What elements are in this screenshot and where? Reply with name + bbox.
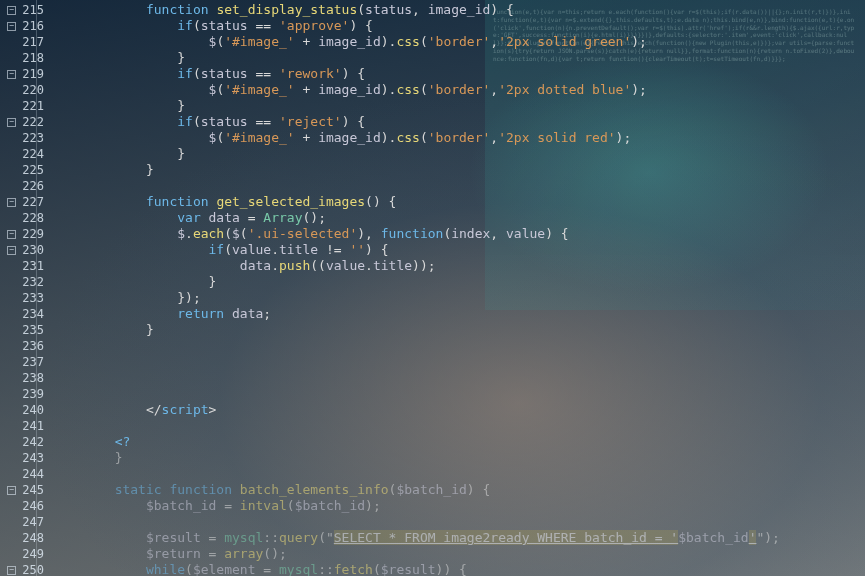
code-line[interactable]: $result = mysql::query("SELECT * FROM im… bbox=[52, 530, 865, 546]
line-number: −216 bbox=[0, 18, 44, 34]
code-line[interactable]: } bbox=[52, 98, 865, 114]
code-line[interactable]: return data; bbox=[52, 306, 865, 322]
code-line[interactable]: } bbox=[52, 274, 865, 290]
line-number: 228 bbox=[0, 210, 44, 226]
line-number: −215 bbox=[0, 2, 44, 18]
line-number: 226 bbox=[0, 178, 44, 194]
code-line[interactable] bbox=[52, 178, 865, 194]
line-number: 241 bbox=[0, 418, 44, 434]
code-editor[interactable]: −215−216217218−219220221−222223224225226… bbox=[0, 0, 865, 576]
line-number: 217 bbox=[0, 34, 44, 50]
fold-marker-icon[interactable]: − bbox=[7, 70, 16, 79]
line-number: 235 bbox=[0, 322, 44, 338]
code-line[interactable]: function get_selected_images() { bbox=[52, 194, 865, 210]
line-number: 234 bbox=[0, 306, 44, 322]
line-number: 238 bbox=[0, 370, 44, 386]
code-line[interactable]: if(status == 'reject') { bbox=[52, 114, 865, 130]
code-line[interactable]: if(status == 'rework') { bbox=[52, 66, 865, 82]
code-line[interactable]: $batch_id = intval($batch_id); bbox=[52, 498, 865, 514]
code-line[interactable]: if(status == 'approve') { bbox=[52, 18, 865, 34]
line-number: −227 bbox=[0, 194, 44, 210]
line-number: 236 bbox=[0, 338, 44, 354]
code-line[interactable]: if(value.title != '') { bbox=[52, 242, 865, 258]
line-number: 233 bbox=[0, 290, 44, 306]
code-line[interactable]: var data = Array(); bbox=[52, 210, 865, 226]
fold-marker-icon[interactable]: − bbox=[7, 486, 16, 495]
line-number: 232 bbox=[0, 274, 44, 290]
fold-marker-icon[interactable]: − bbox=[7, 230, 16, 239]
code-line[interactable]: $('#image_' + image_id).css('border','2p… bbox=[52, 130, 865, 146]
line-number: −250 bbox=[0, 562, 44, 576]
line-number: 244 bbox=[0, 466, 44, 482]
line-number: −230 bbox=[0, 242, 44, 258]
line-number: 237 bbox=[0, 354, 44, 370]
line-number-gutter: −215−216217218−219220221−222223224225226… bbox=[0, 0, 52, 576]
line-number: 239 bbox=[0, 386, 44, 402]
code-line[interactable]: while($element = mysql::fetch($result)) … bbox=[52, 562, 865, 576]
code-line[interactable]: <? bbox=[52, 434, 865, 450]
code-line[interactable]: data.push((value.title)); bbox=[52, 258, 865, 274]
code-line[interactable]: $('#image_' + image_id).css('border','2p… bbox=[52, 82, 865, 98]
code-line[interactable] bbox=[52, 514, 865, 530]
code-line[interactable]: } bbox=[52, 50, 865, 66]
code-line[interactable]: $('#image_' + image_id).css('border','2p… bbox=[52, 34, 865, 50]
code-line[interactable]: static function batch_elements_info($bat… bbox=[52, 482, 865, 498]
line-number: 248 bbox=[0, 530, 44, 546]
line-number: 223 bbox=[0, 130, 44, 146]
line-number: 246 bbox=[0, 498, 44, 514]
line-number: 220 bbox=[0, 82, 44, 98]
line-number: 221 bbox=[0, 98, 44, 114]
code-line[interactable] bbox=[52, 370, 865, 386]
line-number: 231 bbox=[0, 258, 44, 274]
line-number: 240 bbox=[0, 402, 44, 418]
line-number: −229 bbox=[0, 226, 44, 242]
line-number: −245 bbox=[0, 482, 44, 498]
code-line[interactable]: function set_display_status(status, imag… bbox=[52, 2, 865, 18]
line-number: −219 bbox=[0, 66, 44, 82]
code-content[interactable]: function set_display_status(status, imag… bbox=[52, 0, 865, 576]
fold-marker-icon[interactable]: − bbox=[7, 118, 16, 127]
code-line[interactable]: } bbox=[52, 322, 865, 338]
code-line[interactable]: $.each($('.ui-selected'), function(index… bbox=[52, 226, 865, 242]
code-line[interactable]: } bbox=[52, 146, 865, 162]
line-number: −222 bbox=[0, 114, 44, 130]
line-number: 218 bbox=[0, 50, 44, 66]
code-line[interactable] bbox=[52, 386, 865, 402]
line-number: 247 bbox=[0, 514, 44, 530]
code-line[interactable]: } bbox=[52, 450, 865, 466]
fold-marker-icon[interactable]: − bbox=[7, 6, 16, 15]
line-number: 249 bbox=[0, 546, 44, 562]
line-number: 242 bbox=[0, 434, 44, 450]
fold-marker-icon[interactable]: − bbox=[7, 22, 16, 31]
code-line[interactable]: }); bbox=[52, 290, 865, 306]
code-line[interactable]: } bbox=[52, 162, 865, 178]
code-line[interactable] bbox=[52, 418, 865, 434]
line-number: 243 bbox=[0, 450, 44, 466]
line-number: 224 bbox=[0, 146, 44, 162]
code-line[interactable] bbox=[52, 466, 865, 482]
fold-marker-icon[interactable]: − bbox=[7, 566, 16, 575]
code-line[interactable] bbox=[52, 338, 865, 354]
code-line[interactable]: $return = array(); bbox=[52, 546, 865, 562]
line-number: 225 bbox=[0, 162, 44, 178]
code-line[interactable] bbox=[52, 354, 865, 370]
fold-marker-icon[interactable]: − bbox=[7, 246, 16, 255]
code-line[interactable]: </script> bbox=[52, 402, 865, 418]
fold-marker-icon[interactable]: − bbox=[7, 198, 16, 207]
